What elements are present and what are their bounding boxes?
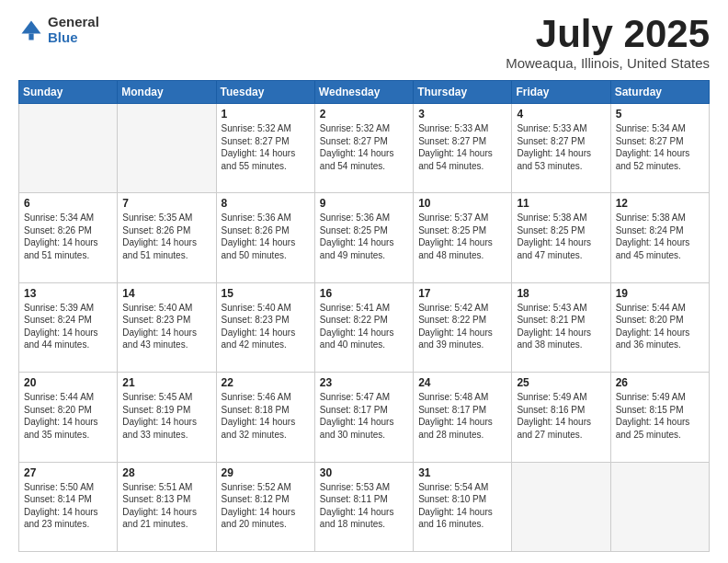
day-number: 31: [418, 466, 506, 479]
calendar-week-3: 20Sunrise: 5:44 AM Sunset: 8:20 PM Dayli…: [19, 373, 710, 462]
calendar-cell: 22Sunrise: 5:46 AM Sunset: 8:18 PM Dayli…: [216, 373, 314, 462]
calendar-cell: [610, 462, 709, 551]
logo: General Blue: [18, 15, 99, 45]
calendar-cell: 1Sunrise: 5:32 AM Sunset: 8:27 PM Daylig…: [216, 104, 314, 193]
day-number: 25: [517, 376, 605, 389]
day-number: 23: [320, 376, 408, 389]
day-number: 14: [122, 287, 210, 300]
calendar-cell: 13Sunrise: 5:39 AM Sunset: 8:24 PM Dayli…: [19, 282, 118, 372]
cell-info: Sunrise: 5:44 AM Sunset: 8:20 PM Dayligh…: [24, 391, 112, 441]
calendar-week-0: 1Sunrise: 5:32 AM Sunset: 8:27 PM Daylig…: [19, 104, 710, 193]
calendar-week-2: 13Sunrise: 5:39 AM Sunset: 8:24 PM Dayli…: [19, 282, 710, 372]
day-number: 2: [320, 108, 408, 121]
cell-info: Sunrise: 5:33 AM Sunset: 8:27 PM Dayligh…: [418, 122, 506, 172]
calendar-cell: 29Sunrise: 5:52 AM Sunset: 8:12 PM Dayli…: [216, 462, 314, 551]
cell-info: Sunrise: 5:33 AM Sunset: 8:27 PM Dayligh…: [517, 122, 605, 172]
day-number: 17: [418, 287, 506, 300]
calendar-cell: 4Sunrise: 5:33 AM Sunset: 8:27 PM Daylig…: [512, 104, 610, 193]
cell-info: Sunrise: 5:49 AM Sunset: 8:15 PM Dayligh…: [616, 391, 704, 441]
day-number: 26: [616, 376, 704, 389]
day-number: 10: [418, 197, 506, 210]
svg-rect-1: [28, 33, 33, 40]
day-number: 20: [24, 376, 112, 389]
title-month: July 2025: [506, 15, 710, 53]
calendar-cell: 10Sunrise: 5:37 AM Sunset: 8:25 PM Dayli…: [414, 193, 512, 282]
calendar-cell: [512, 462, 610, 551]
calendar-cell: 20Sunrise: 5:44 AM Sunset: 8:20 PM Dayli…: [19, 373, 118, 462]
cell-info: Sunrise: 5:37 AM Sunset: 8:25 PM Dayligh…: [418, 212, 506, 261]
day-number: 12: [616, 197, 704, 210]
calendar-cell: 27Sunrise: 5:50 AM Sunset: 8:14 PM Dayli…: [19, 462, 118, 551]
cell-info: Sunrise: 5:45 AM Sunset: 8:19 PM Dayligh…: [122, 391, 210, 441]
day-number: 5: [616, 108, 704, 121]
day-number: 6: [24, 197, 112, 210]
cell-info: Sunrise: 5:49 AM Sunset: 8:16 PM Dayligh…: [517, 391, 605, 441]
cell-info: Sunrise: 5:38 AM Sunset: 8:24 PM Dayligh…: [616, 212, 704, 261]
calendar-header-wednesday: Wednesday: [314, 81, 413, 104]
cell-info: Sunrise: 5:40 AM Sunset: 8:23 PM Dayligh…: [122, 302, 210, 351]
day-number: 4: [517, 108, 605, 121]
calendar-week-1: 6Sunrise: 5:34 AM Sunset: 8:26 PM Daylig…: [19, 193, 710, 282]
calendar-cell: 17Sunrise: 5:42 AM Sunset: 8:22 PM Dayli…: [414, 282, 512, 372]
cell-info: Sunrise: 5:51 AM Sunset: 8:13 PM Dayligh…: [122, 481, 210, 531]
title-location: Moweaqua, Illinois, United States: [506, 55, 710, 71]
calendar-cell: 21Sunrise: 5:45 AM Sunset: 8:19 PM Dayli…: [118, 373, 216, 462]
calendar-cell: 8Sunrise: 5:36 AM Sunset: 8:26 PM Daylig…: [216, 193, 314, 282]
calendar-cell: 24Sunrise: 5:48 AM Sunset: 8:17 PM Dayli…: [414, 373, 512, 462]
calendar-header-row: SundayMondayTuesdayWednesdayThursdayFrid…: [19, 81, 710, 104]
cell-info: Sunrise: 5:48 AM Sunset: 8:17 PM Dayligh…: [418, 391, 506, 441]
calendar-cell: 19Sunrise: 5:44 AM Sunset: 8:20 PM Dayli…: [610, 282, 709, 372]
calendar-cell: 16Sunrise: 5:41 AM Sunset: 8:22 PM Dayli…: [314, 282, 413, 372]
calendar-cell: [118, 104, 216, 193]
calendar-header-saturday: Saturday: [610, 81, 709, 104]
calendar-header-friday: Friday: [512, 81, 610, 104]
calendar-table: SundayMondayTuesdayWednesdayThursdayFrid…: [18, 80, 710, 552]
cell-info: Sunrise: 5:46 AM Sunset: 8:18 PM Dayligh…: [222, 391, 310, 441]
calendar-header-monday: Monday: [118, 81, 216, 104]
day-number: 15: [222, 287, 310, 300]
logo-general: General: [48, 15, 99, 30]
cell-info: Sunrise: 5:44 AM Sunset: 8:20 PM Dayligh…: [616, 302, 704, 351]
cell-info: Sunrise: 5:50 AM Sunset: 8:14 PM Dayligh…: [24, 481, 112, 531]
day-number: 1: [222, 108, 310, 121]
svg-marker-0: [22, 20, 41, 33]
cell-info: Sunrise: 5:32 AM Sunset: 8:27 PM Dayligh…: [222, 122, 310, 172]
day-number: 28: [122, 466, 210, 479]
calendar-cell: 15Sunrise: 5:40 AM Sunset: 8:23 PM Dayli…: [216, 282, 314, 372]
day-number: 3: [418, 108, 506, 121]
day-number: 27: [24, 466, 112, 479]
calendar-cell: 30Sunrise: 5:53 AM Sunset: 8:11 PM Dayli…: [314, 462, 413, 551]
cell-info: Sunrise: 5:52 AM Sunset: 8:12 PM Dayligh…: [222, 481, 310, 531]
day-number: 22: [222, 376, 310, 389]
logo-icon: [18, 17, 44, 43]
day-number: 29: [222, 466, 310, 479]
cell-info: Sunrise: 5:41 AM Sunset: 8:22 PM Dayligh…: [320, 302, 408, 351]
calendar-cell: 11Sunrise: 5:38 AM Sunset: 8:25 PM Dayli…: [512, 193, 610, 282]
cell-info: Sunrise: 5:54 AM Sunset: 8:10 PM Dayligh…: [418, 481, 506, 531]
page: General Blue July 2025 Moweaqua, Illinoi…: [0, 0, 728, 563]
day-number: 9: [320, 197, 408, 210]
cell-info: Sunrise: 5:40 AM Sunset: 8:23 PM Dayligh…: [222, 302, 310, 351]
calendar-header-thursday: Thursday: [414, 81, 512, 104]
calendar-cell: 31Sunrise: 5:54 AM Sunset: 8:10 PM Dayli…: [414, 462, 512, 551]
cell-info: Sunrise: 5:34 AM Sunset: 8:27 PM Dayligh…: [616, 122, 704, 172]
calendar-cell: 2Sunrise: 5:32 AM Sunset: 8:27 PM Daylig…: [314, 104, 413, 193]
calendar-cell: 5Sunrise: 5:34 AM Sunset: 8:27 PM Daylig…: [610, 104, 709, 193]
cell-info: Sunrise: 5:47 AM Sunset: 8:17 PM Dayligh…: [320, 391, 408, 441]
calendar-cell: 6Sunrise: 5:34 AM Sunset: 8:26 PM Daylig…: [19, 193, 118, 282]
calendar-cell: 26Sunrise: 5:49 AM Sunset: 8:15 PM Dayli…: [610, 373, 709, 462]
calendar-cell: 9Sunrise: 5:36 AM Sunset: 8:25 PM Daylig…: [314, 193, 413, 282]
day-number: 30: [320, 466, 408, 479]
day-number: 19: [616, 287, 704, 300]
cell-info: Sunrise: 5:36 AM Sunset: 8:26 PM Dayligh…: [222, 212, 310, 261]
cell-info: Sunrise: 5:53 AM Sunset: 8:11 PM Dayligh…: [320, 481, 408, 531]
day-number: 21: [122, 376, 210, 389]
cell-info: Sunrise: 5:36 AM Sunset: 8:25 PM Dayligh…: [320, 212, 408, 261]
cell-info: Sunrise: 5:42 AM Sunset: 8:22 PM Dayligh…: [418, 302, 506, 351]
day-number: 24: [418, 376, 506, 389]
calendar-cell: 25Sunrise: 5:49 AM Sunset: 8:16 PM Dayli…: [512, 373, 610, 462]
calendar-cell: 28Sunrise: 5:51 AM Sunset: 8:13 PM Dayli…: [118, 462, 216, 551]
cell-info: Sunrise: 5:38 AM Sunset: 8:25 PM Dayligh…: [517, 212, 605, 261]
cell-info: Sunrise: 5:43 AM Sunset: 8:21 PM Dayligh…: [517, 302, 605, 351]
calendar-header-tuesday: Tuesday: [216, 81, 314, 104]
